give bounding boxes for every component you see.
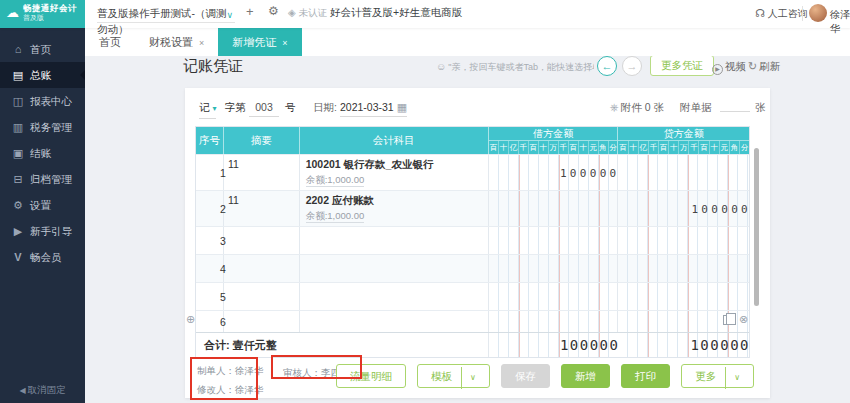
col-header-seq: 序号 [196,127,224,154]
debit-digit-labels: 百十亿千百十万千百十元角分 [489,140,618,154]
digit-label: 角 [599,141,609,154]
digit-label: 千 [559,141,569,154]
product-name: 好会计普及版+好生意电商版 [330,6,462,20]
table-scrollbar[interactable] [754,148,759,306]
credit-cell[interactable]: 100000 [618,191,749,226]
unpin-button[interactable]: ◀取消固定 [0,384,85,397]
date-input[interactable]: 2021-03-31▦ [340,98,407,117]
refresh-link[interactable]: ↻刷新 [748,60,780,74]
debit-cell[interactable] [489,227,619,254]
credit-cell[interactable] [618,155,749,190]
voucher-table: 序号 摘要 会计科目 借方金额 百十亿千百十万千百十元角分 贷方金额 百十亿千百… [195,126,750,358]
debit-cell[interactable] [489,255,619,282]
account-cell[interactable]: 100201 银行存款_农业银行余额:1,000.00 [300,155,489,190]
settings-icon: ⚙ [10,192,26,218]
avatar[interactable] [809,4,827,22]
debit-cell[interactable]: 100000 [489,155,619,190]
company-selector[interactable]: 普及版操作手册测试-（调测勿动） ∨ [97,5,235,23]
table-header: 序号 摘要 会计科目 借方金额 百十亿千百十万千百十元角分 贷方金额 百十亿千百… [196,127,749,154]
chevron-down-icon[interactable]: ∨ [461,367,476,389]
add-button[interactable]: 新增 [561,364,610,388]
sidebar-item-general-ledger[interactable]: ▤总账 [0,62,85,88]
voucher-word-select[interactable]: 记 ▾ [199,98,216,119]
debit-cell[interactable] [489,191,619,226]
app-logo[interactable]: ☁ 畅捷通好会计 普及版 [0,0,85,28]
member-icon: V [10,244,26,270]
sidebar-item-home[interactable]: ⌂首页 [0,36,85,62]
voucher-number-input[interactable]: 003 [249,98,279,117]
account-cell[interactable] [300,255,489,282]
arrow-right-icon: → [627,60,638,72]
tab-new-voucher[interactable]: 新增凭证× [218,28,301,56]
refresh-icon: ↻ [748,60,757,72]
delete-row-icon[interactable]: ⊗ [739,313,748,326]
total-debit-cell: 100000 [489,333,619,357]
support-button[interactable]: ☊人工咨询 [755,7,808,21]
sidebar-item-tax[interactable]: ▥税务管理 [0,114,85,140]
receipt-unit: 张 [755,98,766,116]
close-tab-icon[interactable]: × [282,38,287,48]
credit-cell[interactable] [618,255,749,282]
ledger-icon: ▤ [10,62,26,88]
digit-label: 分 [609,141,618,154]
calendar-icon[interactable]: ▦ [397,101,407,113]
cert-badge[interactable]: ◈未认证 [288,7,327,20]
account-cell[interactable] [300,311,489,332]
tab-bar: 首页 财税设置× 新增凭证× [85,28,850,56]
gear-icon[interactable]: ⚙ [268,4,279,18]
total-row: 合计: 壹仟元整 100000 100000 [196,332,749,357]
col-header-credit: 贷方金额 百十亿千百十万千百十元角分 [618,127,749,154]
summary-cell[interactable]: 11 [224,191,300,226]
sidebar-item-guide[interactable]: ▶新手引导 [0,218,85,244]
digit-label: 十 [629,141,639,154]
more-button[interactable]: 更多∨ [681,364,754,388]
save-button[interactable]: 保存 [501,364,550,388]
divider [802,6,803,21]
table-row: 1 11 100201 银行存款_农业银行余额:1,000.00 100000 [196,154,749,190]
credit-cell[interactable] [618,227,749,254]
summary-cell[interactable] [224,255,300,282]
credit-cell[interactable] [618,283,749,310]
digit-label: 元 [589,141,599,154]
summary-cell[interactable]: 11 [224,155,300,190]
summary-cell[interactable] [224,283,300,310]
summary-cell[interactable] [224,227,300,254]
voucher-header: 记 ▾ 字第 003 号 日期: 2021-03-31▦ ⎈附件 0 张 附单据… [185,98,770,118]
debit-cell[interactable] [489,311,619,332]
attachment-info[interactable]: ⎈附件 0 张 [610,98,664,116]
prev-voucher-button[interactable]: ← [597,56,617,76]
template-button[interactable]: 模板∨ [417,364,490,388]
summary-cell[interactable] [224,311,300,332]
sidebar-item-member[interactable]: V畅会员 [0,244,85,270]
add-row-icon[interactable]: ⊕ [186,313,195,326]
digit-label: 万 [549,141,559,154]
sidebar-item-archive[interactable]: ⊟归档管理 [0,166,85,192]
copy-row-icon[interactable] [723,315,731,325]
home-icon: ⌂ [10,36,26,62]
add-company-icon[interactable]: + [246,4,254,19]
username[interactable]: 徐泽华 [830,8,850,36]
sidebar-item-reports[interactable]: ◫报表中心 [0,88,85,114]
account-cell[interactable] [300,283,489,310]
digit-label: 亿 [509,141,519,154]
close-tab-icon[interactable]: × [199,38,204,48]
app-root: ☁ 畅捷通好会计 普及版 普及版操作手册测试-（调测勿动） ∨ + ⚙ ◈未认证… [0,0,850,403]
digit-label: 千 [519,141,529,154]
debit-cell[interactable] [489,283,619,310]
sidebar-item-closing[interactable]: ▣结账 [0,140,85,166]
chevron-down-icon[interactable]: ∨ [725,367,740,389]
caret-down-icon: ▾ [212,104,216,113]
sidebar-item-settings[interactable]: ⚙设置 [0,192,85,218]
tab-tax-settings[interactable]: 财税设置× [135,28,218,56]
video-link[interactable]: ▶视频 [712,60,746,75]
receipt-count-input[interactable] [720,98,750,112]
active-notch [80,70,85,80]
table-row: 3 [196,226,749,254]
next-voucher-button[interactable]: → [622,56,642,76]
digit-label: 千 [689,141,699,154]
annotation-box-makers [190,357,258,400]
more-vouchers-button[interactable]: 更多凭证 [650,55,714,76]
account-cell[interactable]: 2202 应付账款余额:1,000.00 [300,191,489,226]
account-cell[interactable] [300,227,489,254]
print-button[interactable]: 打印 [621,364,670,388]
